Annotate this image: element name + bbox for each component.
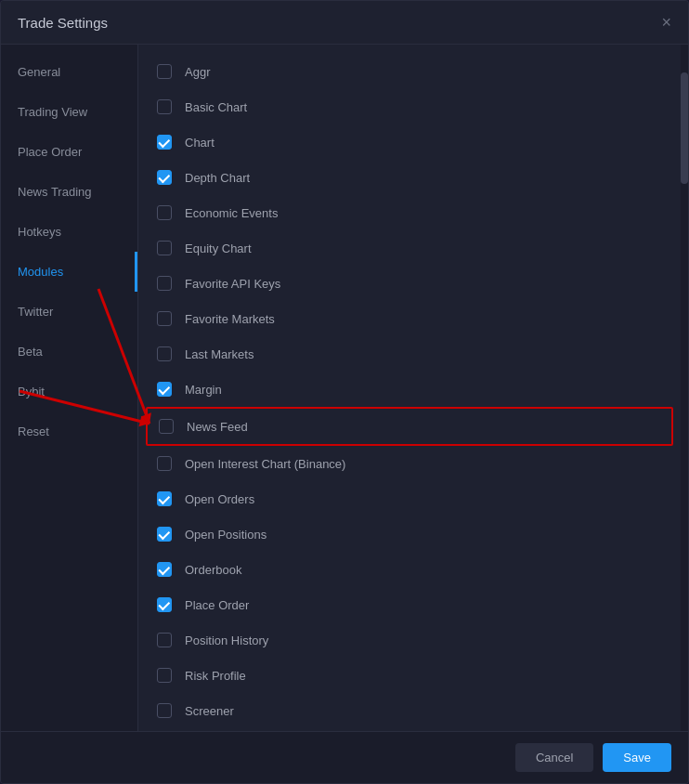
- trade-settings-dialog: Trade Settings × GeneralTrading ViewPlac…: [0, 0, 689, 784]
- sidebar-item-beta[interactable]: Beta: [1, 332, 137, 372]
- module-item-equity-chart[interactable]: Equity Chart: [138, 230, 681, 266]
- module-item-basic-chart[interactable]: Basic Chart: [138, 89, 681, 124]
- checkbox-margin[interactable]: [157, 382, 172, 397]
- module-label-open-positions: Open Positions: [185, 528, 266, 542]
- sidebar-item-modules[interactable]: Modules: [1, 252, 137, 292]
- sidebar-item-twitter[interactable]: Twitter: [1, 292, 137, 332]
- sidebar-item-reset[interactable]: Reset: [1, 412, 137, 451]
- module-item-news-feed[interactable]: News Feed: [148, 409, 671, 444]
- close-button[interactable]: ×: [661, 14, 671, 31]
- module-label-chart: Chart: [185, 136, 214, 150]
- sidebar-item-general[interactable]: General: [1, 52, 137, 92]
- module-label-position-history: Position History: [185, 634, 268, 647]
- main-content: AggrBasic ChartChartDepth ChartEconomic …: [138, 45, 688, 731]
- module-item-wrapper-news-feed: News Feed: [146, 407, 673, 446]
- module-label-open-orders: Open Orders: [185, 492, 254, 506]
- checkbox-aggr[interactable]: [157, 64, 172, 79]
- cancel-button[interactable]: Cancel: [515, 743, 593, 772]
- checkbox-place-order[interactable]: [157, 597, 172, 612]
- module-label-favorite-api-keys: Favorite API Keys: [185, 277, 280, 291]
- save-button[interactable]: Save: [603, 743, 671, 772]
- sidebar-item-hotkeys[interactable]: Hotkeys: [1, 212, 137, 252]
- sidebar-item-bybit[interactable]: Bybit: [1, 372, 137, 412]
- module-label-depth-chart: Depth Chart: [185, 171, 250, 185]
- checkbox-open-positions[interactable]: [157, 527, 172, 542]
- dialog-title: Trade Settings: [18, 15, 108, 31]
- module-label-margin: Margin: [185, 383, 222, 397]
- checkbox-position-history[interactable]: [157, 633, 172, 647]
- module-item-depth-chart[interactable]: Depth Chart: [138, 160, 681, 195]
- checkbox-open-interest-chart[interactable]: [157, 456, 172, 471]
- sidebar-item-trading-view[interactable]: Trading View: [1, 92, 137, 132]
- module-item-open-interest-chart[interactable]: Open Interest Chart (Binance): [138, 446, 681, 481]
- scrollbar-thumb[interactable]: [681, 72, 688, 184]
- dialog-footer: Cancel Save: [1, 731, 688, 783]
- checkbox-basic-chart[interactable]: [157, 99, 172, 114]
- checkbox-chart[interactable]: [157, 135, 172, 150]
- module-label-risk-profile: Risk Profile: [185, 669, 246, 683]
- module-item-favorite-api-keys[interactable]: Favorite API Keys: [138, 266, 681, 301]
- module-item-economic-events[interactable]: Economic Events: [138, 195, 681, 230]
- sidebar: GeneralTrading ViewPlace OrderNews Tradi…: [1, 45, 138, 731]
- checkbox-last-markets[interactable]: [157, 346, 172, 361]
- module-item-last-markets[interactable]: Last Markets: [138, 336, 681, 372]
- checkbox-favorite-markets[interactable]: [157, 311, 172, 326]
- module-label-news-feed: News Feed: [187, 420, 248, 434]
- module-item-open-positions[interactable]: Open Positions: [138, 516, 681, 552]
- checkbox-screener[interactable]: [157, 703, 172, 718]
- module-label-economic-events: Economic Events: [185, 206, 278, 220]
- module-item-risk-profile[interactable]: Risk Profile: [138, 658, 681, 693]
- module-label-last-markets: Last Markets: [185, 347, 254, 361]
- checkbox-news-feed[interactable]: [159, 419, 174, 434]
- module-label-aggr: Aggr: [185, 65, 210, 79]
- checkbox-favorite-api-keys[interactable]: [157, 276, 172, 291]
- checkbox-orderbook[interactable]: [157, 562, 172, 577]
- module-item-favorite-markets[interactable]: Favorite Markets: [138, 301, 681, 336]
- module-item-place-order[interactable]: Place Order: [138, 587, 681, 622]
- checkbox-economic-events[interactable]: [157, 205, 172, 220]
- module-label-open-interest-chart: Open Interest Chart (Binance): [185, 457, 345, 471]
- modules-list: AggrBasic ChartChartDepth ChartEconomic …: [138, 45, 681, 731]
- checkbox-open-orders[interactable]: [157, 491, 172, 506]
- module-label-favorite-markets: Favorite Markets: [185, 312, 275, 326]
- sidebar-item-place-order[interactable]: Place Order: [1, 132, 137, 172]
- module-label-equity-chart: Equity Chart: [185, 242, 252, 255]
- checkbox-depth-chart[interactable]: [157, 170, 172, 185]
- module-item-screener[interactable]: Screener: [138, 693, 681, 728]
- module-label-orderbook: Orderbook: [185, 563, 241, 577]
- module-item-chart[interactable]: Chart: [138, 124, 681, 160]
- module-label-screener: Screener: [185, 704, 234, 718]
- module-item-orderbook[interactable]: Orderbook: [138, 552, 681, 587]
- scrollbar-track[interactable]: [681, 45, 688, 731]
- module-item-open-orders[interactable]: Open Orders: [138, 481, 681, 516]
- checkbox-risk-profile[interactable]: [157, 668, 172, 683]
- dialog-header: Trade Settings ×: [1, 1, 688, 45]
- module-item-margin[interactable]: Margin: [138, 372, 681, 407]
- module-item-position-history[interactable]: Position History: [138, 622, 681, 658]
- module-label-basic-chart: Basic Chart: [185, 100, 247, 114]
- checkbox-equity-chart[interactable]: [157, 241, 172, 255]
- sidebar-item-news-trading[interactable]: News Trading: [1, 172, 137, 212]
- module-label-place-order: Place Order: [185, 598, 249, 612]
- module-item-aggr[interactable]: Aggr: [138, 54, 681, 89]
- dialog-body: GeneralTrading ViewPlace OrderNews Tradi…: [1, 45, 688, 731]
